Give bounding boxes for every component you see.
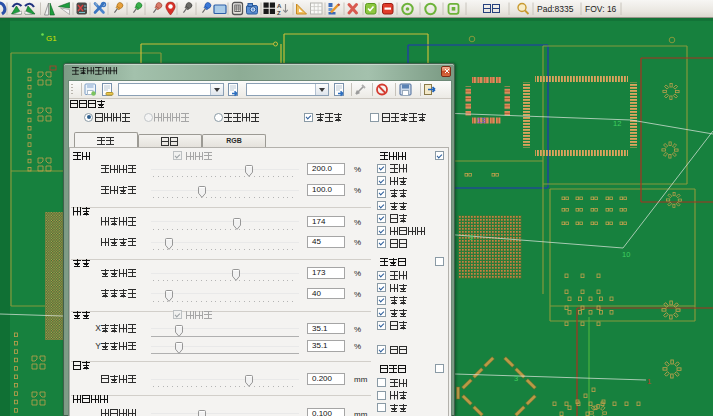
svg-text:3: 3 (514, 374, 518, 383)
svg-text:G1: G1 (46, 34, 57, 43)
svg-text:A: A (277, 3, 282, 9)
svg-text:9: 9 (469, 233, 473, 242)
svg-text:13: 13 (477, 116, 486, 125)
svg-text:10: 10 (622, 250, 630, 259)
svg-text:1: 1 (647, 377, 651, 386)
svg-text:12: 12 (613, 119, 621, 128)
svg-text:Z: Z (277, 10, 281, 16)
